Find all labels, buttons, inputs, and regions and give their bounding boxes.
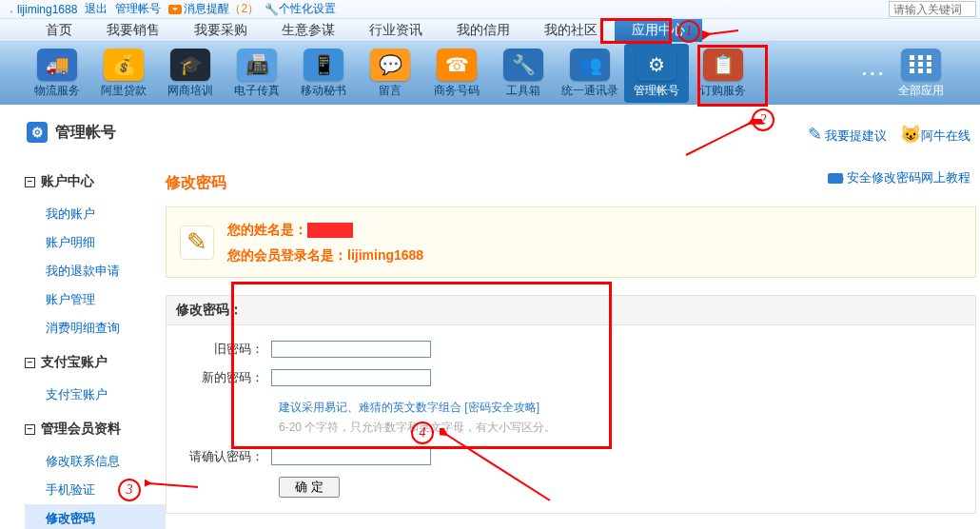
app-icon: 📠 — [237, 49, 277, 81]
sidebar-link[interactable]: 账户管理 — [46, 292, 95, 306]
sidebar-link[interactable]: 支付宝账户 — [46, 387, 108, 402]
sidebar-item[interactable]: 手机验证 — [25, 476, 166, 504]
svg-rect-0 — [910, 55, 914, 60]
suggest-link[interactable]: 我要提建议 — [825, 128, 887, 143]
sidebar-link[interactable]: 手机验证 — [46, 482, 95, 497]
collapse-icon[interactable]: − — [25, 358, 35, 368]
camera-icon — [828, 173, 843, 184]
sidebar-item[interactable]: 修改密码 — [25, 504, 166, 529]
confirm-button[interactable]: 确 定 — [279, 477, 340, 498]
app-icon: 🚚 — [37, 49, 77, 81]
panel-head-password: 修改密码： — [166, 295, 976, 324]
sidebar-link[interactable]: 我的退款申请 — [46, 264, 120, 278]
app-label: 阿里贷款 — [101, 83, 147, 99]
new-password-input[interactable] — [271, 369, 431, 386]
sidebar-link[interactable]: 我的账户 — [46, 206, 95, 221]
collapse-icon[interactable]: − — [25, 177, 35, 187]
old-password-input[interactable] — [271, 341, 431, 358]
app-tile-4[interactable]: 📱移动秘书 — [291, 44, 356, 103]
page-title-text: 管理帐号 — [55, 123, 116, 143]
tip-links: ✎我要提建议 😺阿牛在线 — [804, 124, 970, 145]
sidebar-item[interactable]: 修改联系信息 — [25, 447, 166, 476]
login-label: 您的会员登录名是： — [227, 247, 347, 263]
grid-icon-all-apps[interactable]: 全部应用 — [889, 44, 953, 103]
app-icon: 💬 — [370, 49, 410, 81]
sidebar-link[interactable]: 消费明细查询 — [46, 321, 120, 335]
panel-body-password: 旧密码： 新的密码： 建议采用易记、难猜的英文数字组合 [密码安全攻略] 6-2… — [166, 324, 976, 514]
svg-rect-4 — [918, 62, 923, 67]
greeting-comma: ， — [6, 1, 17, 17]
sidebar-item[interactable]: 支付宝账户 — [25, 381, 166, 409]
sidebar-item[interactable]: 账户管理 — [25, 285, 166, 314]
msg-link[interactable]: 消息提醒 — [184, 1, 229, 17]
app-label: 物流服务 — [34, 83, 80, 99]
app-icon: ☎ — [437, 49, 477, 81]
dots-icon[interactable]: ⋯ — [858, 44, 887, 103]
app-tile-2[interactable]: 🎓网商培训 — [158, 44, 223, 103]
hint-blue: 建议采用易记、难猜的英文数字组合 [密码安全攻略] — [279, 398, 956, 417]
sidebar-link[interactable]: 账户明细 — [46, 235, 95, 249]
sidebar-item[interactable]: 我的退款申请 — [25, 257, 166, 285]
app-tiles: 🚚物流服务💰阿里贷款🎓网商培训📠电子传真📱移动秘书💬留言☎商务号码🔧工具箱👥统一… — [0, 42, 980, 105]
msg-count: （2） — [229, 1, 259, 17]
name-value-redacted — [307, 223, 353, 238]
nav-tab-0[interactable]: 首页 — [29, 19, 89, 42]
app-label: 管理帐号 — [634, 83, 679, 99]
nav-tab-2[interactable]: 我要采购 — [177, 19, 265, 42]
acct-link[interactable]: 管理帐号 — [115, 1, 161, 17]
confirm-pw-label: 请确认密码： — [186, 448, 271, 465]
mail-icon — [168, 5, 182, 14]
hint-grey: 6-20 个字符，只允许数字和英文字母，有大小写区分。 — [279, 418, 956, 437]
gear-icon: ⚙ — [27, 122, 48, 143]
sidebar-item[interactable]: 我的账户 — [25, 200, 166, 228]
app-tile-6[interactable]: ☎商务号码 — [424, 44, 489, 103]
nav-tab-3[interactable]: 生意参谋 — [265, 19, 352, 42]
nav-tab-6[interactable]: 我的社区 — [527, 19, 615, 42]
main-nav: 首页我要销售我要采购生意参谋行业资讯我的信用我的社区应用中心 — [0, 19, 980, 42]
sidebar-link[interactable]: 修改密码 — [46, 511, 95, 525]
svg-rect-1 — [918, 55, 923, 60]
info-box: ✎ 您的姓名是： 您的会员登录名是：lijiming1688 — [166, 206, 976, 278]
personalize-link[interactable]: 个性化设置 — [279, 1, 336, 17]
app-label: 全部应用 — [898, 83, 944, 99]
sidebar-item[interactable]: 消费明细查询 — [25, 314, 166, 343]
sidebar-group-title: −账户中心 — [25, 173, 166, 190]
nav-tab-5[interactable]: 我的信用 — [440, 19, 527, 42]
app-label: 网商培训 — [167, 83, 213, 99]
svg-rect-5 — [927, 62, 931, 67]
suggest-icon: ✎ — [804, 124, 825, 145]
sidebar: −账户中心我的账户账户明细我的退款申请账户管理消费明细查询−支付宝账户支付宝账户… — [25, 173, 166, 529]
tutorial-link[interactable]: 安全修改密码网上教程 — [828, 169, 970, 186]
collapse-icon[interactable]: − — [25, 424, 35, 435]
app-tile-5[interactable]: 💬留言 — [358, 44, 422, 103]
nav-tab-4[interactable]: 行业资讯 — [352, 19, 440, 42]
svg-rect-6 — [910, 69, 914, 73]
logout-link[interactable]: 退出 — [85, 1, 108, 17]
app-icon: 📱 — [304, 49, 343, 81]
app-icon: 💰 — [104, 49, 144, 81]
old-pw-label: 旧密码： — [186, 341, 271, 358]
new-pw-label: 新的密码： — [186, 369, 271, 386]
search-input[interactable] — [889, 1, 976, 17]
app-icon: 🎓 — [170, 49, 210, 81]
app-tile-9[interactable]: ⚙管理帐号 — [624, 44, 689, 103]
nav-tab-1[interactable]: 我要销售 — [89, 19, 177, 42]
app-tile-1[interactable]: 💰阿里贷款 — [91, 44, 156, 103]
top-bar: ， lijiming1688 退出 管理帐号 消息提醒（2） 🔧 个性化设置 — [0, 0, 980, 19]
sidebar-item[interactable]: 账户明细 — [25, 228, 166, 257]
app-tile-8[interactable]: 👥统一通讯录 — [558, 44, 622, 103]
svg-rect-3 — [910, 62, 914, 67]
sidebar-group-title: −管理会员资料 — [25, 421, 166, 438]
app-tile-3[interactable]: 📠电子传真 — [225, 44, 289, 103]
username-link[interactable]: lijiming1688 — [17, 3, 77, 16]
app-tile-0[interactable]: 🚚物流服务 — [25, 44, 89, 103]
sidebar-link[interactable]: 修改联系信息 — [46, 454, 120, 468]
app-label: 统一通讯录 — [561, 83, 618, 99]
app-icon: 👥 — [570, 49, 610, 81]
nav-tab-7[interactable]: 应用中心 — [615, 19, 702, 42]
app-label: 移动秘书 — [301, 83, 346, 99]
confirm-password-input[interactable] — [271, 448, 431, 465]
app-tile-10[interactable]: 📋订购服务 — [691, 44, 755, 103]
app-tile-7[interactable]: 🔧工具箱 — [491, 44, 556, 103]
aniu-link[interactable]: 阿牛在线 — [921, 128, 970, 143]
